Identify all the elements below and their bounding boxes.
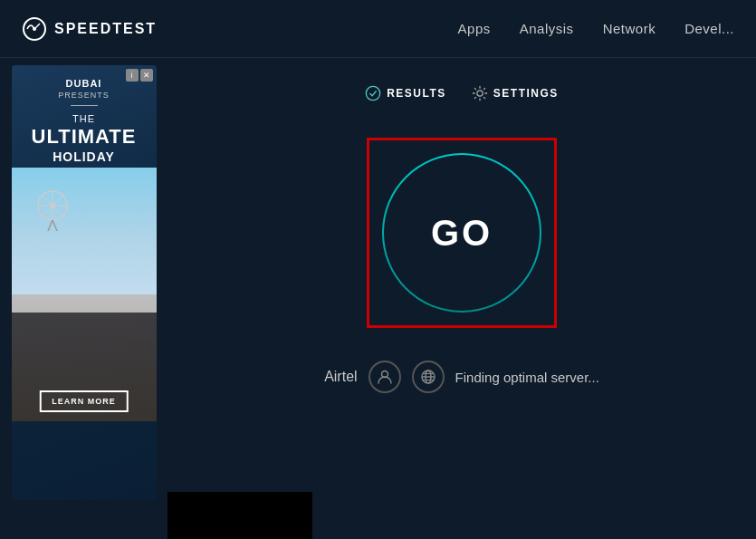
- logo: SPEEDTEST: [22, 16, 157, 42]
- ad-info-icon[interactable]: i: [126, 69, 139, 82]
- settings-tab-label: SETTINGS: [493, 87, 559, 100]
- nav-analysis[interactable]: Analysis: [520, 21, 574, 36]
- ad-image: LEARN MORE: [12, 168, 157, 421]
- speedtest-main: RESULTS SETTINGS GO Airtel: [167, 58, 756, 539]
- tabs: RESULTS SETTINGS: [365, 85, 559, 101]
- svg-line-10: [53, 220, 57, 231]
- ad-close-icon[interactable]: ✕: [140, 69, 153, 82]
- ad-learn-more-button[interactable]: LEARN MORE: [39, 390, 129, 412]
- settings-tab[interactable]: SETTINGS: [472, 85, 559, 101]
- go-button[interactable]: GO: [382, 153, 541, 313]
- results-tab-label: RESULTS: [387, 87, 446, 100]
- status-bar: Airtel Finding optimal server...: [324, 361, 599, 393]
- ferris-wheel-icon: [30, 186, 75, 231]
- ad-the: THE: [23, 113, 146, 124]
- ad-headline2: HOLIDAY: [23, 149, 146, 164]
- go-button-outline: GO: [367, 138, 557, 328]
- header: SPEEDTEST Apps Analysis Network Devel...: [0, 0, 756, 58]
- main-content: i ✕ DUBAI PRESENTS THE ULTIMATE HOLIDAY: [0, 58, 756, 539]
- ad-banner[interactable]: i ✕ DUBAI PRESENTS THE ULTIMATE HOLIDAY: [12, 65, 157, 500]
- logo-text: SPEEDTEST: [54, 21, 157, 37]
- go-label: GO: [431, 213, 493, 254]
- person-icon: [377, 369, 393, 385]
- user-icon[interactable]: [368, 361, 401, 393]
- globe-icon[interactable]: [412, 361, 445, 393]
- gear-icon: [472, 85, 488, 101]
- results-tab[interactable]: RESULTS: [365, 85, 446, 101]
- nav-apps[interactable]: Apps: [458, 21, 491, 36]
- go-button-wrapper: GO: [367, 138, 557, 328]
- nav-develop[interactable]: Devel...: [684, 21, 734, 36]
- provider-name: Airtel: [324, 369, 357, 385]
- bottom-black-bar: [167, 492, 312, 539]
- ad-presents: PRESENTS: [23, 91, 146, 100]
- svg-line-9: [48, 220, 53, 231]
- status-text: Finding optimal server...: [455, 370, 599, 385]
- nav-network[interactable]: Network: [603, 21, 656, 36]
- ad-sidebar: i ✕ DUBAI PRESENTS THE ULTIMATE HOLIDAY: [0, 58, 167, 539]
- ad-badge: i ✕: [126, 69, 153, 82]
- ad-divider: [71, 105, 98, 106]
- speedtest-logo-icon: [22, 16, 47, 42]
- globe-icon-svg: [420, 369, 436, 385]
- svg-line-2: [34, 24, 40, 29]
- svg-point-12: [477, 91, 483, 96]
- checkmark-circle-icon: [365, 85, 381, 101]
- ad-headline1: ULTIMATE: [23, 126, 146, 148]
- nav-menu: Apps Analysis Network Devel...: [458, 21, 734, 36]
- svg-point-11: [367, 86, 380, 100]
